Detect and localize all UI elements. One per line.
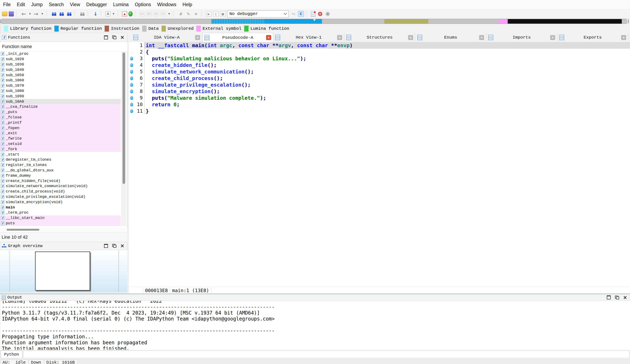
rename-icon[interactable]: A	[106, 12, 110, 16]
function-list-item[interactable]: f deregister_tm_clones	[0, 157, 121, 162]
functions-horizontal-scrollbar[interactable]	[0, 228, 127, 232]
maximize-button[interactable]	[103, 243, 109, 249]
tab-close-icon[interactable]: ×	[621, 35, 626, 40]
tab-exports[interactable]: Exports ×	[557, 33, 628, 42]
code-line[interactable]: 6 create_child_process();	[129, 75, 630, 82]
function-list-item[interactable]: f sub_1020	[0, 57, 121, 62]
function-list-item[interactable]: f _term_proc	[0, 210, 121, 216]
function-list-item[interactable]: f sub_1030	[0, 62, 121, 67]
lumina-status-icon[interactable]	[128, 11, 132, 16]
function-list-item[interactable]: f _fork	[0, 146, 121, 152]
code-line[interactable]: 8 simulate_encryption();	[129, 88, 630, 94]
code-line[interactable]: 11 }	[129, 108, 630, 114]
graph-viewport-box[interactable]	[35, 252, 90, 290]
menu-item[interactable]: Debugger	[83, 2, 110, 8]
function-list-item[interactable]: f _fclose	[0, 115, 121, 120]
code-line[interactable]: 9 puts("Malware simulation complete.");	[129, 94, 630, 101]
function-list-item[interactable]: f sub_1040	[0, 67, 121, 72]
maximize-button[interactable]	[606, 295, 612, 300]
interpreter-select-button[interactable]: Python	[0, 350, 22, 358]
search-text-icon[interactable]	[58, 11, 65, 17]
function-list-item[interactable]: f _start	[0, 152, 121, 157]
function-list-item[interactable]: f simulate_encryption(void)	[0, 200, 121, 205]
continue-process-icon[interactable]: C	[298, 11, 304, 17]
function-list-item[interactable]: f sub_10A0	[0, 99, 121, 104]
function-list-item[interactable]: f __cxa_finalize	[0, 104, 121, 110]
forward-history-dropdown-icon[interactable]: ▼	[41, 11, 44, 17]
debugger-stop-icon[interactable]: ■	[220, 11, 226, 16]
close-button[interactable]: ×	[119, 243, 126, 249]
open-file-icon[interactable]	[2, 12, 8, 16]
tab-structures[interactable]: Structures ×	[344, 33, 415, 42]
tab-ida-view-a[interactable]: IDA View-A ×	[131, 33, 202, 42]
float-button[interactable]	[111, 34, 117, 40]
function-list-item[interactable]: f _setuid	[0, 141, 121, 147]
tab-close-icon[interactable]: ×	[479, 35, 484, 40]
back-icon[interactable]: ←	[21, 11, 27, 17]
code-line[interactable]: 4 create_hidden_file();	[129, 62, 630, 68]
function-name-column-header[interactable]: Function name	[0, 42, 127, 51]
back-history-dropdown-icon[interactable]: ▼	[28, 11, 32, 17]
maximize-button[interactable]	[103, 34, 109, 40]
undefine-icon[interactable]: ✕	[193, 11, 199, 17]
tab-close-icon[interactable]: ×	[408, 35, 413, 40]
menu-item[interactable]: Lumina	[110, 2, 132, 8]
debugger-start-icon[interactable]: ▶	[206, 11, 212, 16]
code-line[interactable]: 1 int __fastcall main(int argc, const ch…	[129, 42, 630, 49]
tab-pseudocode-a[interactable]: Pseudocode-A ×	[202, 33, 273, 42]
menu-item[interactable]: Windows	[154, 2, 179, 8]
close-button[interactable]: ×	[119, 34, 126, 40]
float-button[interactable]	[111, 243, 117, 249]
menu-item[interactable]: Options	[132, 2, 154, 8]
script-command-icon[interactable]	[311, 11, 316, 16]
function-list-item[interactable]: f __do_global_dtors_aux	[0, 168, 121, 173]
make-data-icon[interactable]: D+	[146, 12, 152, 16]
function-list-item[interactable]: f sub_1070	[0, 83, 121, 88]
navband-left-handle[interactable]	[0, 19, 1, 24]
python-command-input[interactable]	[23, 351, 630, 358]
breakpoint-delete-icon[interactable]: ×	[325, 11, 331, 17]
tab-close-icon[interactable]: ×	[266, 35, 271, 40]
attach-process-icon[interactable]: *c	[290, 11, 296, 17]
function-list-item[interactable]: f _printf	[0, 120, 121, 125]
menu-item[interactable]: View	[67, 2, 83, 8]
function-list-item[interactable]: f simulate_privilege_escalation(void)	[0, 194, 121, 200]
function-list-item[interactable]: f _puts	[0, 110, 121, 115]
scrollbar-thumb[interactable]	[122, 52, 125, 184]
code-line[interactable]: 7 simulate_privilege_escalation();	[129, 82, 630, 88]
make-string-icon[interactable]: s+	[160, 12, 166, 16]
function-list-item[interactable]: f sub_1060	[0, 78, 121, 83]
debugger-pause-icon[interactable]: ∥	[213, 11, 218, 16]
jump-address-icon[interactable]: ↓	[92, 11, 98, 17]
code-line[interactable]: 5 simulate_network_communication();	[129, 68, 630, 75]
make-code-icon[interactable]: C+	[140, 12, 145, 16]
search-value-icon[interactable]	[66, 11, 72, 17]
debugger-select[interactable]: No debugger	[227, 10, 289, 18]
graph-overview-canvas[interactable]	[0, 250, 127, 292]
code-line[interactable]: 2 {	[129, 49, 630, 55]
function-list-item[interactable]: f _fwrite	[0, 136, 121, 141]
menu-item[interactable]: Jump	[28, 2, 46, 8]
float-button[interactable]	[614, 295, 620, 300]
menu-item[interactable]: File	[0, 2, 14, 8]
menu-item[interactable]: Search	[46, 2, 67, 8]
graph-overview-header[interactable]: Graph overview ×	[0, 242, 127, 250]
edit-icon[interactable]: ✎	[185, 11, 192, 17]
function-list-item[interactable]: f create_child_process(void)	[0, 189, 121, 194]
problems-icon[interactable]: ▲	[122, 12, 127, 16]
tab-hex-view-1[interactable]: Hex View-1 ×	[273, 33, 344, 42]
function-list-item[interactable]: f sub_1080	[0, 88, 121, 94]
output-panel-header[interactable]: Output ×	[0, 294, 630, 301]
save-file-icon[interactable]	[9, 12, 14, 16]
function-list-item[interactable]: f main	[0, 205, 121, 210]
code-line[interactable]: 10 return 0;	[129, 101, 630, 108]
search-again-icon[interactable]	[79, 11, 85, 17]
tab-close-icon[interactable]: ×	[337, 35, 342, 40]
scrollbar-thumb[interactable]	[6, 229, 40, 231]
rename-dropdown-icon[interactable]: ▼	[112, 11, 115, 17]
make-dropdown-icon[interactable]: ▼	[168, 11, 171, 17]
function-list-item[interactable]: f simulate_network_communication(void)	[0, 184, 121, 189]
navigation-band[interactable]	[0, 18, 630, 24]
navband-position-marker[interactable]	[313, 19, 316, 21]
function-list-item[interactable]: f create_hidden_file(void)	[0, 178, 121, 184]
